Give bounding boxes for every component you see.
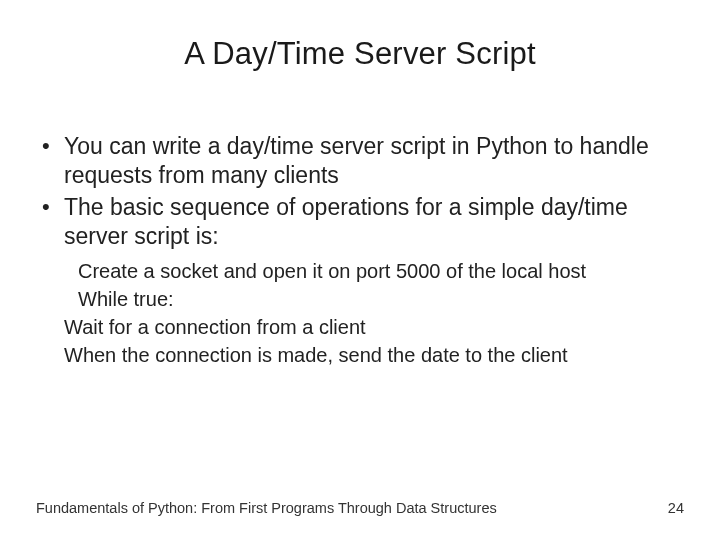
sub-sub-item: When the connection is made, send the da… — [64, 342, 684, 369]
sub-item: While true: — [78, 286, 684, 313]
bullet-list: You can write a day/time server script i… — [36, 132, 684, 252]
slide-container: A Day/Time Server Script You can write a… — [0, 0, 720, 540]
bullet-item: The basic sequence of operations for a s… — [36, 193, 684, 252]
slide-title: A Day/Time Server Script — [0, 0, 720, 92]
page-number: 24 — [668, 500, 684, 516]
sub-sub-item: Wait for a connection from a client — [64, 314, 684, 341]
sub-item: Create a socket and open it on port 5000… — [78, 258, 684, 285]
sub-sub-list: Wait for a connection from a client When… — [64, 314, 684, 369]
footer-text: Fundamentals of Python: From First Progr… — [36, 500, 497, 516]
slide-footer: Fundamentals of Python: From First Progr… — [36, 500, 684, 516]
bullet-item: You can write a day/time server script i… — [36, 132, 684, 191]
sub-list: Create a socket and open it on port 5000… — [78, 258, 684, 313]
slide-content: You can write a day/time server script i… — [0, 92, 720, 369]
